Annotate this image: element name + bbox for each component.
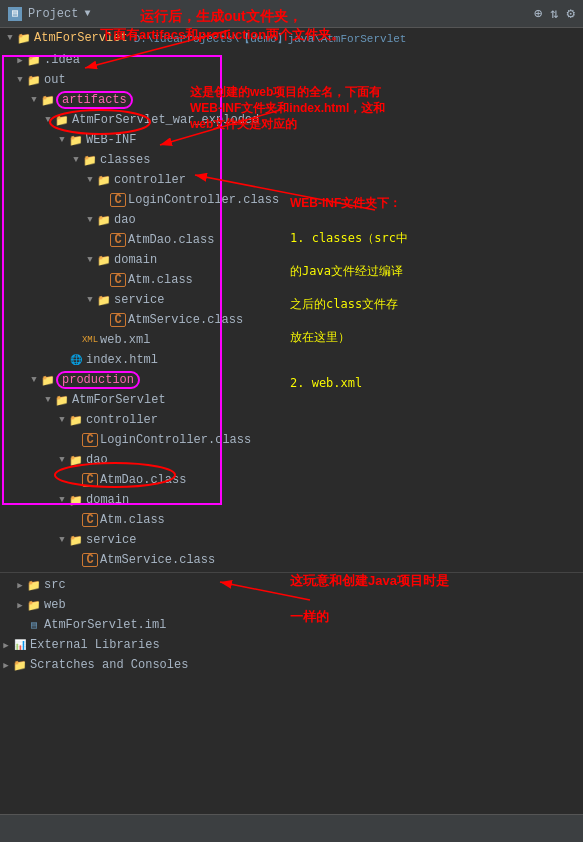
tree-node-atmservice1[interactable]: CAtmService.class xyxy=(0,310,583,330)
file-tree: 📁.idea📁out📁artifacts📁AtmForServlet_war_e… xyxy=(0,48,583,834)
tree-node-logincontroller2[interactable]: CLoginController.class xyxy=(0,430,583,450)
label-controller1: controller xyxy=(114,173,186,187)
project-folder-icon: 📁 xyxy=(16,31,32,45)
toggle-idea[interactable] xyxy=(14,54,26,66)
tree-node-idea[interactable]: 📁.idea xyxy=(0,50,583,70)
toggle-web[interactable] xyxy=(14,599,26,611)
tree-node-domain1[interactable]: 📁domain xyxy=(0,250,583,270)
label-service1: service xyxy=(114,293,164,307)
tree-node-classes[interactable]: 📁classes xyxy=(0,150,583,170)
tree-node-scratches[interactable]: 📁Scratches and Consoles xyxy=(0,655,583,675)
tree-node-webxml1[interactable]: XMLweb.xml xyxy=(0,330,583,350)
label-dao2: dao xyxy=(86,453,108,467)
toggle-domain2[interactable] xyxy=(56,494,68,506)
label-logincontroller1: LoginController.class xyxy=(128,193,279,207)
tree-node-logincontroller1[interactable]: CLoginController.class xyxy=(0,190,583,210)
toggle-dao2[interactable] xyxy=(56,454,68,466)
tree-node-iml[interactable]: ▤AtmForServlet.iml xyxy=(0,615,583,635)
tree-node-src[interactable]: 📁src xyxy=(0,575,583,595)
tree-node-atmservice2[interactable]: CAtmService.class xyxy=(0,550,583,570)
folder-icon-webinf: 📁 xyxy=(68,133,84,147)
folder-icon-out: 📁 xyxy=(26,73,42,87)
label-dao1: dao xyxy=(114,213,136,227)
tree-node-dao1[interactable]: 📁dao xyxy=(0,210,583,230)
label-extlib: External Libraries xyxy=(30,638,160,652)
toggle-controller2[interactable] xyxy=(56,414,68,426)
toggle-service2[interactable] xyxy=(56,534,68,546)
toggle-src[interactable] xyxy=(14,579,26,591)
tree-node-atmdao1[interactable]: CAtmDao.class xyxy=(0,230,583,250)
label-atm2: Atm.class xyxy=(100,513,165,527)
add-icon[interactable]: ⊕ xyxy=(534,5,542,22)
tree-node-service2[interactable]: 📁service xyxy=(0,530,583,550)
settings-icon[interactable]: ⚙ xyxy=(567,5,575,22)
tree-node-production[interactable]: 📁production xyxy=(0,370,583,390)
folder-icon-idea: 📁 xyxy=(26,53,42,67)
label-out: out xyxy=(44,73,66,87)
folder-icon-classes: 📁 xyxy=(82,153,98,167)
tree-node-atm2[interactable]: CAtm.class xyxy=(0,510,583,530)
tree-node-atmwar[interactable]: 📁AtmForServlet_war_exploded xyxy=(0,110,583,130)
label-idea: .idea xyxy=(44,53,80,67)
label-index1: index.html xyxy=(86,353,158,367)
project-icon: ▤ xyxy=(8,7,22,21)
tree-node-artifacts[interactable]: 📁artifacts xyxy=(0,90,583,110)
folder-icon-service1: 📁 xyxy=(96,293,112,307)
tree-node-domain2[interactable]: 📁domain xyxy=(0,490,583,510)
label-webxml1: web.xml xyxy=(100,333,150,347)
toggle-atmforservlet2[interactable] xyxy=(42,394,54,406)
tree-node-atmforservlet2[interactable]: 📁AtmForServlet xyxy=(0,390,583,410)
label-atmforservlet2: AtmForServlet xyxy=(72,393,166,407)
folder-icon-artifacts: 📁 xyxy=(40,93,56,107)
folder-icon-src: 📁 xyxy=(26,578,42,592)
tree-node-web[interactable]: 📁web xyxy=(0,595,583,615)
label-atm1: Atm.class xyxy=(128,273,193,287)
sort-icon[interactable]: ⇅ xyxy=(550,5,558,22)
toggle-artifacts[interactable] xyxy=(28,94,40,106)
folder-icon-domain2: 📁 xyxy=(68,493,84,507)
html-icon-index1: 🌐 xyxy=(68,353,84,367)
label-artifacts: artifacts xyxy=(56,91,133,109)
tree-node-extlib[interactable]: 📊External Libraries xyxy=(0,635,583,655)
tree-node-index1[interactable]: 🌐index.html xyxy=(0,350,583,370)
label-scratches: Scratches and Consoles xyxy=(30,658,188,672)
toggle-domain1[interactable] xyxy=(84,254,96,266)
label-logincontroller2: LoginController.class xyxy=(100,433,251,447)
tree-node-out[interactable]: 📁out xyxy=(0,70,583,90)
lib-icon-extlib: 📊 xyxy=(12,638,28,652)
header-dropdown-arrow[interactable]: ▼ xyxy=(84,8,90,19)
folder-icon-atmforservlet2: 📁 xyxy=(54,393,70,407)
project-name-label: AtmForServlet xyxy=(34,31,128,45)
tree-node-atm1[interactable]: CAtm.class xyxy=(0,270,583,290)
toggle-out[interactable] xyxy=(14,74,26,86)
label-domain2: domain xyxy=(86,493,129,507)
tree-node-atmdao2[interactable]: CAtmDao.class xyxy=(0,470,583,490)
label-atmdao1: AtmDao.class xyxy=(128,233,214,247)
folder-icon-dao1: 📁 xyxy=(96,213,112,227)
toggle-webinf[interactable] xyxy=(56,134,68,146)
toggle-controller1[interactable] xyxy=(84,174,96,186)
folder-icon-dao2: 📁 xyxy=(68,453,84,467)
project-toggle[interactable] xyxy=(4,32,16,44)
toggle-dao1[interactable] xyxy=(84,214,96,226)
folder-icon-scratches: 📁 xyxy=(12,658,28,672)
toggle-atmwar[interactable] xyxy=(42,114,54,126)
folder-icon-service2: 📁 xyxy=(68,533,84,547)
tree-node-controller2[interactable]: 📁controller xyxy=(0,410,583,430)
class-icon-atmservice1: C xyxy=(110,313,126,327)
project-root-row[interactable]: 📁 AtmForServlet D:\IdeaProjects\【demo】ja… xyxy=(0,28,583,48)
iml-icon-iml: ▤ xyxy=(26,618,42,632)
label-atmservice2: AtmService.class xyxy=(100,553,215,567)
toggle-scratches[interactable] xyxy=(0,659,12,671)
toggle-service1[interactable] xyxy=(84,294,96,306)
folder-icon-web: 📁 xyxy=(26,598,42,612)
tree-node-controller1[interactable]: 📁controller xyxy=(0,170,583,190)
toggle-classes[interactable] xyxy=(70,154,82,166)
toggle-production[interactable] xyxy=(28,374,40,386)
folder-icon-domain1: 📁 xyxy=(96,253,112,267)
tree-node-webinf[interactable]: 📁WEB-INF xyxy=(0,130,583,150)
tree-node-service1[interactable]: 📁service xyxy=(0,290,583,310)
project-path-label: D:\IdeaProjects\【demo】java\AtmForServlet xyxy=(134,31,407,46)
label-domain1: domain xyxy=(114,253,157,267)
tree-node-dao2[interactable]: 📁dao xyxy=(0,450,583,470)
